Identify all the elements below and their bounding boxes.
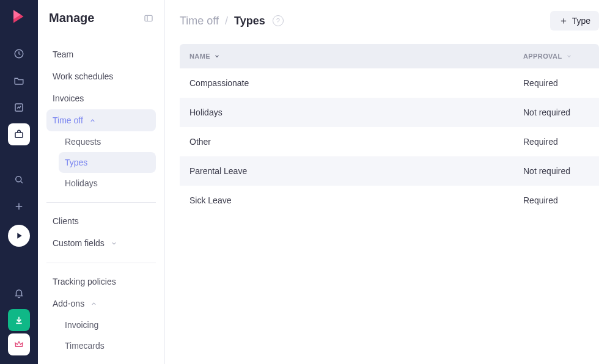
sidenav-item-time-off[interactable]: Time off: [46, 109, 156, 131]
cell-name: Compassionate: [180, 68, 513, 98]
table-row[interactable]: Sick LeaveRequired: [180, 186, 599, 215]
panel-toggle-icon[interactable]: [144, 13, 153, 23]
divider: [46, 202, 156, 203]
sidenav-addons-sub: Invoicing Timecards: [46, 315, 156, 356]
cell-name: Other: [180, 127, 513, 156]
icon-rail: [0, 0, 38, 364]
svg-rect-4: [145, 15, 152, 21]
nav-notifications-icon[interactable]: [8, 282, 30, 304]
app-logo-icon: [10, 7, 28, 26]
sidenav-item-add-ons[interactable]: Add-ons: [46, 293, 156, 315]
label: Requests: [65, 137, 101, 147]
label: Name: [189, 53, 210, 60]
label: Clients: [53, 216, 79, 226]
nav-time-icon[interactable]: [8, 43, 30, 65]
cell-name: Sick Leave: [180, 186, 513, 215]
sidenav: Manage Team Work schedules Invoices Time…: [38, 0, 165, 364]
cell-approval: Not required: [513, 98, 599, 127]
cell-approval: Not required: [513, 156, 599, 186]
cell-approval: Required: [513, 68, 599, 98]
nav-search-icon[interactable]: [8, 169, 30, 191]
label: Team: [53, 49, 73, 59]
breadcrumb-parent[interactable]: Time off: [180, 15, 219, 27]
label: Work schedules: [53, 71, 113, 81]
nav-play-button[interactable]: [8, 225, 30, 247]
svg-point-3: [16, 177, 21, 182]
topbar: Time off / Types ? ＋ Type: [180, 11, 599, 31]
chevron-up-icon: [90, 300, 97, 307]
sidenav-item-work-schedules[interactable]: Work schedules: [46, 65, 156, 87]
col-approval-header[interactable]: Approval: [513, 44, 599, 68]
breadcrumb-sep: /: [225, 15, 228, 27]
cell-name: Holidays: [180, 98, 513, 127]
chevron-down-icon: [214, 53, 220, 59]
sidenav-item-holidays[interactable]: Holidays: [59, 173, 156, 194]
sidenav-item-invoices[interactable]: Invoices: [46, 87, 156, 109]
nav-download-icon[interactable]: [8, 309, 30, 331]
label: Invoicing: [65, 320, 98, 330]
label: Time off: [53, 115, 83, 125]
breadcrumb-current: Types: [234, 15, 265, 27]
sidenav-item-timecards[interactable]: Timecards: [59, 335, 156, 356]
label: Custom fields: [53, 238, 105, 248]
nav-add-icon[interactable]: [8, 195, 30, 217]
table-row[interactable]: Parental LeaveNot required: [180, 156, 599, 186]
chevron-up-icon: [89, 117, 96, 124]
cell-approval: Required: [513, 127, 599, 156]
nav-reports-icon[interactable]: [8, 96, 30, 118]
label: Tracking policies: [53, 277, 116, 286]
chevron-down-icon: [111, 240, 117, 247]
table-row[interactable]: OtherRequired: [180, 127, 599, 156]
label: Invoices: [53, 93, 84, 103]
chevron-down-icon: [566, 53, 572, 59]
add-type-label: Type: [572, 16, 590, 26]
sidenav-item-tracking-policies[interactable]: Tracking policies: [46, 271, 156, 293]
table-row[interactable]: HolidaysNot required: [180, 98, 599, 127]
label: Types: [65, 158, 87, 167]
sidenav-item-types[interactable]: Types: [59, 152, 156, 173]
sidenav-title: Manage: [49, 11, 94, 25]
label: Holidays: [65, 178, 98, 188]
nav-crown-icon[interactable]: [8, 333, 30, 355]
types-table: Name Approval CompassionateRequiredHolid…: [180, 44, 599, 215]
table-row[interactable]: CompassionateRequired: [180, 68, 599, 98]
sidenav-item-team[interactable]: Team: [46, 43, 156, 65]
label: Add-ons: [53, 299, 84, 308]
sidenav-time-off-sub: Requests Types Holidays: [46, 131, 156, 194]
divider: [46, 263, 156, 263]
col-name-header[interactable]: Name: [180, 44, 513, 68]
cell-approval: Required: [513, 186, 599, 215]
svg-rect-2: [15, 133, 23, 137]
nav-manage-icon[interactable]: [8, 123, 30, 145]
label: Timecards: [65, 341, 105, 351]
help-icon[interactable]: ?: [273, 15, 284, 26]
cell-name: Parental Leave: [180, 156, 513, 186]
nav-folder-icon[interactable]: [8, 70, 30, 92]
sidenav-item-clients[interactable]: Clients: [46, 210, 156, 232]
main: Time off / Types ? ＋ Type Name Approval: [165, 0, 610, 364]
plus-icon: ＋: [559, 16, 568, 26]
label: Approval: [523, 53, 562, 60]
breadcrumb: Time off / Types ?: [180, 15, 284, 27]
sidenav-item-invoicing[interactable]: Invoicing: [59, 315, 156, 335]
add-type-button[interactable]: ＋ Type: [550, 11, 599, 31]
sidenav-item-custom-fields[interactable]: Custom fields: [46, 232, 156, 254]
sidenav-item-requests[interactable]: Requests: [59, 131, 156, 152]
